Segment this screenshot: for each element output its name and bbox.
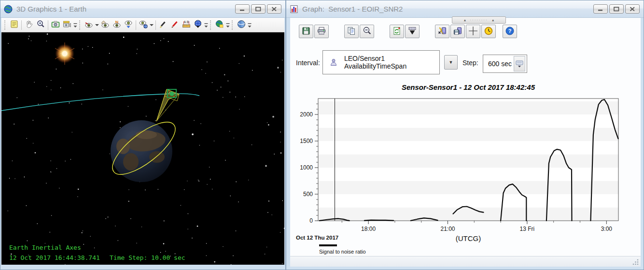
left-window-title: 3D Graphics 1 - Earth [16, 5, 232, 13]
refresh-icon [392, 26, 402, 37]
nadir-view-button[interactable] [123, 19, 134, 31]
dynamic-update-icon [437, 26, 447, 37]
toolbar-drag-handle[interactable] [232, 20, 234, 30]
time-cursor-icon [484, 26, 493, 37]
maximize-button[interactable] [609, 4, 624, 14]
refresh-button[interactable] [390, 25, 404, 38]
dropdown-caret-icon[interactable] [95, 19, 99, 31]
home-view-icon [100, 19, 110, 30]
annotate-button[interactable] [169, 19, 181, 31]
step-value: 600 sec [488, 60, 512, 68]
interval-dropdown-button[interactable]: ▼ [444, 55, 458, 70]
record-movie-icon [62, 19, 72, 30]
north-view-icon: N [112, 19, 122, 30]
svg-text:21:00: 21:00 [441, 226, 455, 232]
graph-window: Graph: Sensor1 - EOIR_SNR2 ▲ ········ ▲ … [286, 0, 644, 270]
toolbar-drag-handle[interactable] [4, 20, 7, 30]
view-from-icon [84, 19, 94, 30]
close-button[interactable] [625, 4, 640, 14]
dynamic-update-button[interactable] [435, 25, 449, 38]
properties-button[interactable] [8, 19, 20, 31]
pan-icon [24, 19, 34, 30]
step-input[interactable]: 600 sec [483, 55, 527, 73]
snapshot-button[interactable] [50, 19, 61, 31]
help-icon: ? [505, 26, 515, 37]
maximize-button[interactable] [251, 4, 266, 14]
minimize-button[interactable] [235, 4, 250, 14]
sphere-button[interactable] [236, 19, 247, 31]
print-button[interactable] [314, 25, 329, 38]
toolbar-drag-handle[interactable] [79, 20, 82, 30]
nadir-view-icon [124, 19, 133, 30]
svg-text:Sensor-Sensor1 - 12 Oct 2017 1: Sensor-Sensor1 - 12 Oct 2017 18:42:45 [402, 83, 535, 91]
globe-view-button[interactable] [138, 19, 149, 31]
left-toolbar: NA B [1, 18, 284, 32]
toolbar-overflow-grip[interactable] [225, 19, 230, 31]
desktop: 3D Graphics 1 - Earth NA B Earth Inertia… [0, 0, 644, 270]
highlight-button[interactable] [157, 19, 169, 31]
3d-viewport[interactable]: Earth Inertial Axes 12 Oct 2017 16:44:38… [1, 32, 284, 265]
interval-icon [329, 57, 338, 67]
view-from-button[interactable] [83, 19, 95, 31]
toolbar-separator [155, 20, 156, 30]
north-view-button[interactable]: N [111, 19, 123, 31]
svg-text:500: 500 [303, 191, 313, 198]
toolbar-overflow-grip[interactable] [204, 19, 209, 31]
resize-grip[interactable] [632, 258, 639, 265]
svg-text:(UTCG): (UTCG) [456, 234, 481, 242]
record-movie-button[interactable] [61, 19, 73, 31]
earth-note-button[interactable] [214, 19, 225, 31]
svg-text:Oct 12 Thu 2017: Oct 12 Thu 2017 [296, 235, 338, 241]
time-cursor-button[interactable] [481, 25, 496, 38]
toolbar-overflow-grip[interactable] [73, 19, 78, 31]
toolbar-drag-handle[interactable] [210, 20, 212, 30]
left-titlebar[interactable]: 3D Graphics 1 - Earth [0, 0, 285, 18]
save-report-button[interactable] [450, 25, 465, 38]
toolbar-overflow-grip[interactable] [247, 19, 252, 31]
globe-view-icon [139, 19, 148, 30]
pan-button[interactable] [23, 19, 35, 31]
save-button[interactable] [299, 25, 313, 38]
crosshair-button[interactable] [466, 25, 480, 38]
svg-text:13 Fri: 13 Fri [520, 226, 535, 232]
help-button[interactable]: ? [503, 25, 517, 38]
annotate-icon [170, 19, 180, 30]
graph-window-content: ▲ ········ ▲ ? Interval: LEO/Sensor1 Ava… [290, 18, 641, 267]
interval-value: LEO/Sensor1 AvailabilityTimeSpan [344, 55, 434, 70]
3d-graphics-window: 3D Graphics 1 - Earth NA B Earth Inertia… [0, 0, 286, 270]
step-unit-button[interactable] [514, 56, 525, 71]
snr-chart[interactable]: 050010001500200018:0021:0013 Fri3:00Sens… [290, 81, 641, 256]
collapse-arrow-icon: ▲ [491, 18, 495, 22]
chart-app-icon [289, 4, 299, 14]
svg-text:2000: 2000 [300, 111, 313, 118]
sphere-icon [237, 19, 246, 30]
svg-text:0: 0 [309, 217, 313, 224]
copy-icon [347, 26, 356, 37]
zoom-out-button[interactable] [360, 25, 374, 38]
print-icon [317, 26, 326, 37]
zoom-button[interactable] [35, 19, 46, 31]
save-icon [301, 26, 311, 37]
home-view-button[interactable] [99, 19, 111, 31]
copy-button[interactable] [344, 25, 359, 38]
toolbar-separator [21, 20, 22, 30]
step-label: Step: [462, 59, 478, 67]
svg-text:Signal to noise ratio: Signal to noise ratio [319, 249, 366, 255]
minimize-button[interactable] [593, 4, 608, 14]
svg-text:?: ? [508, 28, 512, 34]
close-button[interactable] [267, 4, 281, 14]
frame-label: Earth Inertial Axes [9, 244, 81, 251]
toolbar-collapse-strip[interactable]: ▲ ········ ▲ [452, 16, 506, 24]
measure-button[interactable]: A B [181, 19, 192, 31]
toolbar-separator [48, 20, 48, 30]
svg-text:A B: A B [184, 20, 189, 24]
graph-format-icon [407, 26, 417, 37]
globe-arrow-button[interactable] [192, 19, 204, 31]
measure-icon: A B [182, 19, 191, 30]
dropdown-caret-icon[interactable] [149, 19, 154, 31]
graph-format-button[interactable] [405, 25, 420, 38]
right-titlebar[interactable]: Graph: Sensor1 - EOIR_SNR2 [286, 0, 644, 18]
interval-combo[interactable]: LEO/Sensor1 AvailabilityTimeSpan [322, 50, 440, 74]
collapse-dots: ········ [470, 19, 488, 22]
right-window-controls [593, 4, 640, 14]
